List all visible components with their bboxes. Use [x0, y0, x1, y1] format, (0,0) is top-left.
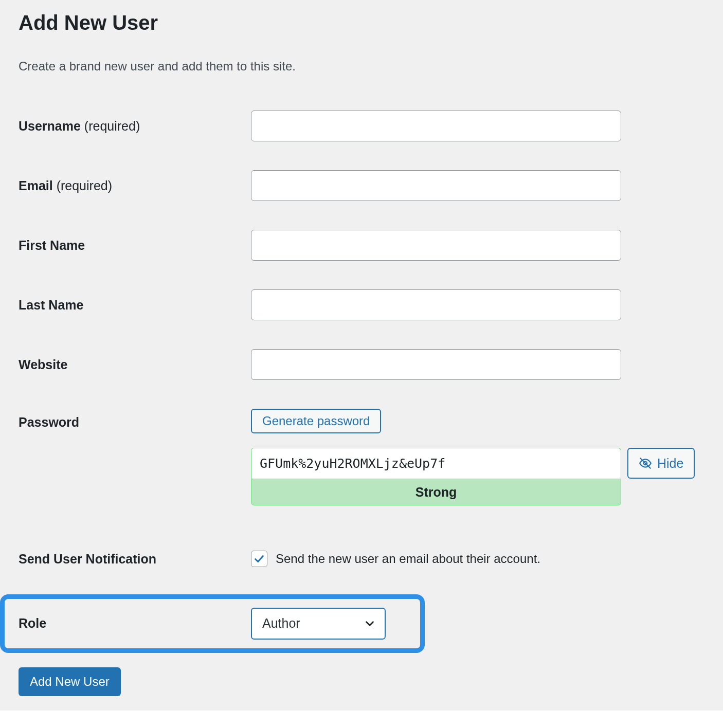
website-field[interactable] [251, 349, 621, 380]
row-role: Role Author [19, 587, 704, 660]
email-field[interactable] [251, 170, 621, 201]
add-user-form: Username (required) Email (required) Fir… [19, 96, 704, 660]
label-username-required: (required) [84, 119, 140, 133]
send-notification-checkbox[interactable] [251, 551, 267, 567]
password-field[interactable] [251, 448, 621, 479]
row-website: Website [19, 335, 704, 394]
label-email: Email (required) [19, 156, 251, 215]
label-email-required: (required) [57, 178, 112, 193]
check-icon [254, 553, 265, 565]
row-send-notification: Send User Notification Send the new user… [19, 520, 704, 587]
label-email-text: Email [19, 178, 57, 193]
label-username: Username (required) [19, 96, 251, 156]
last-name-field[interactable] [251, 289, 621, 320]
page-title: Add New User [19, 0, 704, 40]
label-send-notification: Send User Notification [19, 520, 251, 587]
generate-password-button[interactable]: Generate password [251, 409, 381, 433]
row-username: Username (required) [19, 96, 704, 156]
add-user-page: Add New User Create a brand new user and… [0, 0, 723, 711]
label-first-name: First Name [19, 215, 251, 275]
row-last-name: Last Name [19, 275, 704, 335]
label-password: Password [19, 394, 251, 520]
hide-password-button[interactable]: Hide [627, 448, 695, 479]
page-description: Create a brand new user and add them to … [19, 59, 704, 74]
chevron-down-icon [363, 617, 376, 630]
eye-slash-icon [639, 457, 652, 470]
label-username-text: Username [19, 119, 84, 133]
password-strength-indicator: Strong [251, 479, 621, 505]
row-email: Email (required) [19, 156, 704, 215]
label-website: Website [19, 335, 251, 394]
label-last-name: Last Name [19, 275, 251, 335]
role-selected-value: Author [262, 616, 300, 631]
username-field[interactable] [251, 111, 621, 141]
row-password: Password Generate password Strong [19, 394, 704, 520]
hide-password-label: Hide [657, 456, 683, 471]
row-first-name: First Name [19, 215, 704, 275]
first-name-field[interactable] [251, 230, 621, 261]
label-role: Role [19, 587, 251, 660]
add-new-user-button[interactable]: Add New User [19, 667, 121, 696]
send-notification-label: Send the new user an email about their a… [276, 552, 540, 566]
role-select[interactable]: Author [251, 608, 386, 640]
